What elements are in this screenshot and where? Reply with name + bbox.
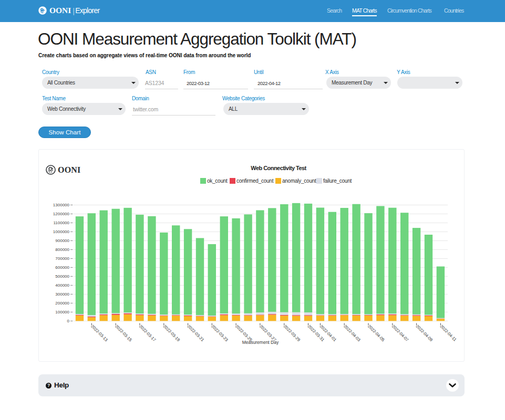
- svg-text:2022-03-17: 2022-03-17: [138, 324, 157, 343]
- svg-text:500000: 500000: [55, 274, 69, 279]
- svg-text:2022-04-11: 2022-04-11: [439, 324, 457, 342]
- svg-text:2022-04-05: 2022-04-05: [367, 324, 386, 343]
- svg-text:800000: 800000: [55, 247, 69, 252]
- svg-text:1000000: 1000000: [53, 229, 70, 234]
- svg-text:2022-03-15: 2022-03-15: [114, 324, 133, 343]
- svg-text:1100000: 1100000: [53, 220, 69, 225]
- svg-text:100000: 100000: [55, 310, 69, 314]
- svg-text:2022-04-09: 2022-04-09: [415, 324, 434, 343]
- svg-text:2022-04-07: 2022-04-07: [391, 324, 410, 343]
- svg-text:2022-03-29: 2022-03-29: [283, 324, 302, 343]
- svg-text:2022-03-23: 2022-03-23: [210, 324, 229, 343]
- svg-text:1300000: 1300000: [53, 203, 70, 207]
- svg-text:300000: 300000: [55, 292, 69, 297]
- svg-text:2022-03-21: 2022-03-21: [187, 324, 205, 343]
- svg-text:2022-03-19: 2022-03-19: [162, 324, 181, 343]
- svg-text:2022-04-03: 2022-04-03: [343, 324, 362, 343]
- svg-text:Measurement Day: Measurement Day: [242, 340, 279, 345]
- svg-text:900000: 900000: [55, 238, 69, 243]
- svg-text:400000: 400000: [55, 283, 69, 288]
- svg-text:2022-03-13: 2022-03-13: [90, 324, 109, 343]
- svg-text:600000: 600000: [55, 265, 69, 270]
- svg-text:700000: 700000: [55, 256, 69, 261]
- svg-text:0: 0: [67, 319, 70, 323]
- svg-text:200000: 200000: [55, 301, 69, 306]
- svg-text:1200000: 1200000: [53, 212, 70, 216]
